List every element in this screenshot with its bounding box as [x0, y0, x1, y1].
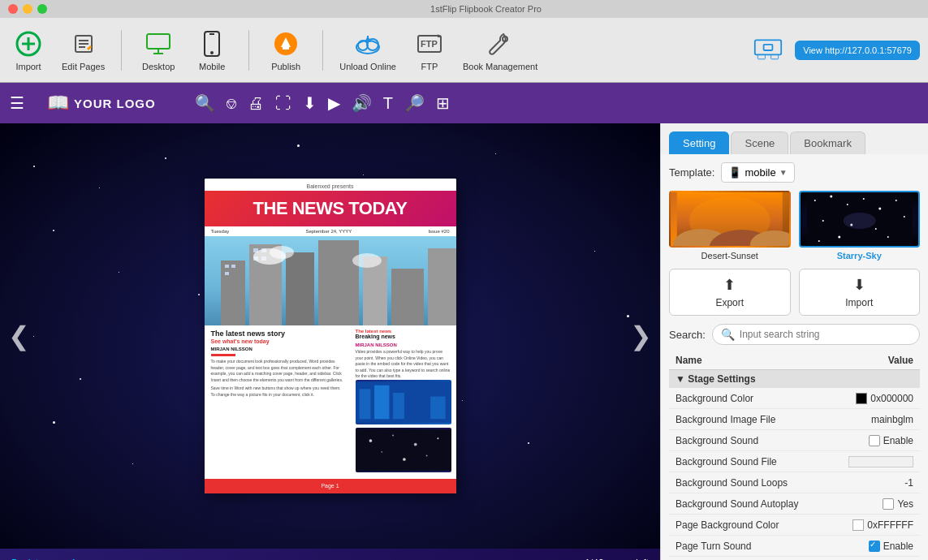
toolbar-mobile-label: Mobile	[199, 62, 225, 71]
setting-bg-sound-autoplay[interactable]: Background Sound Autoplay Yes	[669, 493, 920, 515]
template-row: Template: 📱 mobile ▼	[669, 162, 920, 183]
svg-rect-15	[283, 47, 289, 50]
window-chrome: 1stFlip Flipbook Creator Pro	[0, 0, 928, 18]
svg-rect-33	[318, 240, 359, 325]
view-http-button[interactable]: View http://127.0.0.1:57679	[795, 41, 920, 60]
play-icon[interactable]: ▶	[328, 93, 340, 113]
window-title: 1stFlip Flipbook Creator Pro	[52, 4, 920, 14]
hamburger-menu[interactable]: ☰	[10, 93, 24, 113]
thumb-starry-sky-img	[799, 191, 921, 248]
grid-icon[interactable]: ⊞	[436, 93, 450, 113]
flipbook-canvas: ❮ ❯ Balenxed presents THE NEWS TODAY Tue…	[0, 123, 660, 549]
tab-setting[interactable]: Setting	[669, 131, 729, 154]
edit-icon	[69, 29, 98, 58]
print-icon[interactable]: 🖨	[248, 94, 264, 113]
panel-body: Template: 📱 mobile ▼	[661, 154, 928, 560]
toolbar-ftp[interactable]: FTP FTP	[409, 29, 450, 71]
setting-page-turn-effect[interactable]: Page Turn Effect Flip ⌃⌄	[669, 557, 920, 560]
toolbar-publish[interactable]: Publish	[265, 29, 306, 71]
search-label: Search:	[669, 329, 706, 341]
toolbar-unload-online[interactable]: Unload Online	[339, 29, 396, 71]
template-select[interactable]: 📱 mobile ▼	[721, 162, 794, 183]
svg-point-58	[381, 451, 382, 453]
fullscreen-icon[interactable]: ⛶	[275, 94, 291, 113]
setting-page-bg-color[interactable]: Page Background Color 0xFFFFFF	[669, 515, 920, 536]
logo-icon: 📖	[47, 93, 69, 114]
setting-bg-image-name: Background Image File	[675, 414, 871, 425]
toolbar-desktop[interactable]: Desktop	[138, 29, 179, 71]
download-icon[interactable]: ⬇	[303, 93, 317, 113]
svg-rect-51	[408, 387, 426, 419]
mobile-icon	[197, 29, 227, 58]
maximize-button[interactable]	[37, 4, 47, 14]
page-meta: Tuesday September 24, YYYY Issue #20	[205, 226, 456, 236]
prev-page-arrow[interactable]: ❮	[8, 321, 30, 351]
tab-scene[interactable]: Scene	[731, 131, 788, 154]
search-nav-icon[interactable]: 🔎	[404, 93, 425, 113]
flipbook-area: ❮ ❯ Balenxed presents THE NEWS TODAY Tue…	[0, 123, 660, 560]
bg-sound-checkbox[interactable]	[869, 435, 880, 446]
import-button[interactable]: ⬇ Import	[799, 269, 921, 316]
template-value: mobile	[745, 166, 775, 179]
svg-rect-39	[225, 272, 229, 275]
next-page-arrow[interactable]: ❯	[630, 321, 652, 351]
setting-bg-image[interactable]: Background Image File mainbglm	[669, 409, 920, 430]
search-row: Search: 🔍	[669, 324, 920, 345]
toolbar-book-management[interactable]: Book Management	[463, 29, 537, 71]
svg-point-80	[843, 213, 875, 229]
bg-sound-autoplay-checkbox[interactable]	[883, 498, 894, 510]
stage-settings-header[interactable]: ▼ Stage Settings	[669, 370, 920, 388]
search-input[interactable]	[740, 329, 911, 340]
svg-rect-53	[356, 429, 451, 471]
setting-bg-sound-name: Background Sound	[675, 435, 869, 446]
page-author: MIRJAN NILSSON	[211, 347, 344, 351]
svg-point-56	[413, 443, 417, 446]
setting-bg-color[interactable]: Background Color 0x000000	[669, 388, 920, 409]
setting-bg-sound-file[interactable]: Background Sound File	[669, 451, 920, 472]
svg-rect-25	[755, 40, 781, 54]
setting-page-bg-color-value: 0xFFFFFF	[852, 519, 913, 531]
setting-bg-sound[interactable]: Background Sound Enable	[669, 430, 920, 451]
page-right-col: The latest news Breaking news MIRJAN NIL…	[351, 325, 456, 479]
share-icon[interactable]: ⎊	[227, 94, 236, 113]
stage-settings-label: ▼ Stage Settings	[675, 373, 756, 385]
page-subtitle: Balenxed presents	[205, 179, 456, 191]
setting-page-turn-sound[interactable]: Page Turn Sound Enable	[669, 536, 920, 557]
import-label: Import	[845, 297, 873, 308]
thumb-desert-sunset[interactable]: Desert-Sunset	[669, 191, 791, 261]
thumb-starry-sky[interactable]: Starry-Sky	[799, 191, 921, 261]
setting-page-turn-sound-value: Enable	[869, 541, 913, 552]
svg-point-76	[874, 228, 876, 230]
close-button[interactable]	[8, 4, 18, 14]
setting-bg-sound-file-value	[848, 456, 913, 467]
svg-rect-30	[221, 261, 245, 325]
zoom-in-icon[interactable]: 🔍	[195, 93, 215, 113]
svg-point-60	[425, 454, 427, 456]
page-left-col: The latest news story See what's new tod…	[205, 325, 351, 479]
export-button[interactable]: ⬆ Export	[669, 269, 791, 316]
logo-area: 📖 YOUR LOGO	[39, 89, 164, 117]
col-name-header: Name	[675, 355, 888, 366]
toolbar-import[interactable]: Import	[8, 29, 49, 71]
search-input-wrap: 🔍	[712, 324, 920, 345]
page-title-banner: THE NEWS TODAY	[205, 191, 456, 226]
page-turn-sound-checkbox[interactable]	[869, 541, 880, 552]
setting-bg-sound-loops[interactable]: Background Sound Loops -1	[669, 472, 920, 493]
navbar: ☰ 📖 YOUR LOGO 🔍 ⎊ 🖨 ⛶ ⬇ ▶ 🔊 T 🔎 ⊞	[0, 83, 928, 123]
page-main-image	[205, 236, 456, 325]
svg-rect-37	[225, 265, 229, 268]
text-icon[interactable]: T	[383, 94, 393, 113]
svg-point-69	[846, 204, 848, 205]
tab-bookmark[interactable]: Bookmark	[790, 131, 865, 154]
toolbar-mobile[interactable]: Mobile	[192, 29, 232, 71]
sound-icon[interactable]: 🔊	[352, 93, 372, 113]
svg-point-72	[895, 200, 896, 201]
svg-text:FTP: FTP	[421, 39, 438, 49]
svg-point-57	[437, 437, 438, 439]
svg-rect-50	[393, 393, 404, 419]
minimize-button[interactable]	[23, 4, 32, 14]
setting-bg-color-name: Background Color	[675, 393, 856, 404]
page-bg-color-swatch	[852, 519, 864, 531]
toolbar-edit-pages[interactable]: Edit Pages	[62, 29, 105, 71]
cloud-icon	[353, 29, 382, 58]
